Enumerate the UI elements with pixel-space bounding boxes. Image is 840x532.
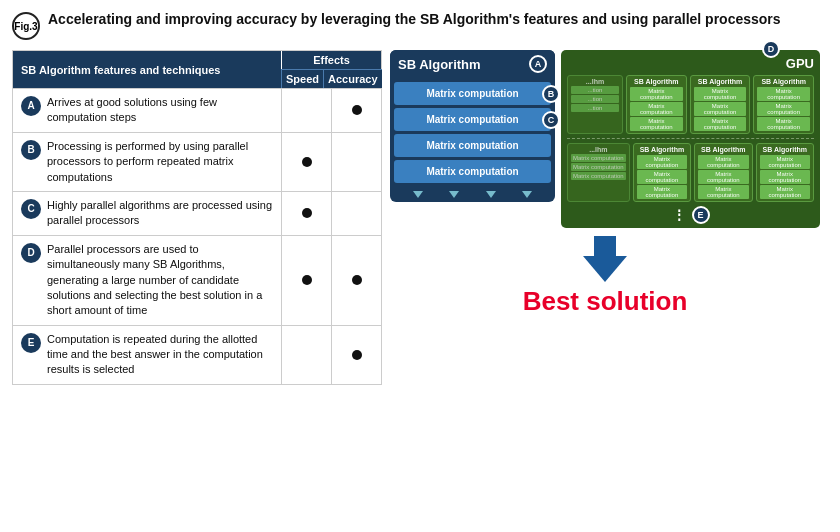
row-text-e: Computation is repeated during the allot… bbox=[47, 332, 273, 378]
arrow-stem bbox=[594, 236, 616, 256]
feature-cell-d: D Parallel processors are used to simult… bbox=[13, 236, 281, 325]
arrow-down-4 bbox=[522, 191, 532, 198]
row-text-d: Parallel processors are used to simultan… bbox=[47, 242, 273, 319]
badge-d: D bbox=[762, 40, 780, 58]
accuracy-dot-e bbox=[331, 326, 381, 384]
features-table: SB Algorithm features and techniques Eff… bbox=[12, 50, 382, 385]
matrix-small-1: ...tion bbox=[571, 86, 619, 94]
ellipsis-dots: ⋮ bbox=[672, 207, 686, 223]
mc-p1: Matrix computation bbox=[571, 154, 626, 162]
mc-6c: Matrix computation bbox=[760, 185, 810, 199]
mc-3a: Matrix computation bbox=[757, 87, 810, 101]
main-layout: SB Algorithm features and techniques Eff… bbox=[12, 50, 828, 385]
speed-dot-e bbox=[281, 326, 331, 384]
speed-dot-a bbox=[281, 89, 331, 132]
matrix-small-3: ...tion bbox=[571, 104, 619, 112]
bottom-section: Best solution bbox=[390, 236, 820, 317]
table-row: E Computation is repeated during the all… bbox=[13, 325, 381, 384]
mc-2c: Matrix computation bbox=[694, 117, 747, 131]
algo-card-title-4: SB Algorithm bbox=[637, 146, 687, 153]
mc-4c: Matrix computation bbox=[637, 185, 687, 199]
sb-algo-title: SB Algorithm bbox=[398, 57, 481, 72]
mc-6a: Matrix computation bbox=[760, 155, 810, 169]
accuracy-dot-b bbox=[331, 133, 381, 191]
algo-card-partial-2-title: ...lhm bbox=[571, 146, 626, 153]
matrix-block-1: Matrix computation bbox=[394, 82, 551, 105]
arrow-container bbox=[583, 236, 627, 282]
arrow-down-2 bbox=[449, 191, 459, 198]
speed-dot-b bbox=[281, 133, 331, 191]
ellipsis-row: ⋮ E bbox=[567, 206, 814, 224]
badge-e: E bbox=[692, 206, 710, 224]
speed-dot-c bbox=[281, 192, 331, 235]
right-section: SB Algorithm A Matrix computation B Mat bbox=[390, 50, 820, 317]
algo-card-title-3: SB Algorithm bbox=[757, 78, 810, 85]
algo-card-title-2: SB Algorithm bbox=[694, 78, 747, 85]
table-row: D Parallel processors are used to simult… bbox=[13, 235, 381, 325]
accuracy-col-header: Accuracy bbox=[323, 69, 382, 88]
mc-1c: Matrix computation bbox=[630, 117, 683, 131]
mc-3b: Matrix computation bbox=[757, 102, 810, 116]
mc-1b: Matrix computation bbox=[630, 102, 683, 116]
row-id-a: A bbox=[21, 96, 41, 116]
speed-dot-d bbox=[281, 236, 331, 325]
algo-card-partial-title: ...lhm bbox=[571, 78, 619, 85]
arrow-head bbox=[583, 256, 627, 282]
row-id-b: B bbox=[21, 140, 41, 160]
best-solution-label: Best solution bbox=[523, 286, 688, 317]
algo-card-title-1: SB Algorithm bbox=[630, 78, 683, 85]
row-id-d: D bbox=[21, 243, 41, 263]
accuracy-dot-a bbox=[331, 89, 381, 132]
mc-4a: Matrix computation bbox=[637, 155, 687, 169]
mc-5c: Matrix computation bbox=[698, 185, 748, 199]
mc-3c: Matrix computation bbox=[757, 117, 810, 131]
badge-b: B bbox=[542, 85, 560, 103]
feature-cell-a: A Arrives at good solutions using few co… bbox=[13, 89, 281, 132]
accuracy-dot-d bbox=[331, 236, 381, 325]
matrix-block-3: Matrix computation bbox=[394, 134, 551, 157]
mc-5a: Matrix computation bbox=[698, 155, 748, 169]
speed-col-header: Speed bbox=[281, 69, 323, 88]
table-row: C Highly parallel algorithms are process… bbox=[13, 191, 381, 235]
header-section: Fig.3 Accelerating and improving accurac… bbox=[12, 10, 828, 40]
table-row: B Processing is performed by using paral… bbox=[13, 132, 381, 191]
mc-2b: Matrix computation bbox=[694, 102, 747, 116]
fig-badge: Fig.3 bbox=[12, 12, 40, 40]
mc-6b: Matrix computation bbox=[760, 170, 810, 184]
feature-cell-e: E Computation is repeated during the all… bbox=[13, 326, 281, 384]
row-text-a: Arrives at good solutions using few comp… bbox=[47, 95, 273, 126]
feature-col-header: SB Algorithm features and techniques bbox=[13, 51, 281, 88]
mc-1a: Matrix computation bbox=[630, 87, 683, 101]
row-text-b: Processing is performed by using paralle… bbox=[47, 139, 273, 185]
mc-p3: Matrix computation bbox=[571, 172, 626, 180]
row-id-e: E bbox=[21, 333, 41, 353]
effects-col-header: Effects Speed Accuracy bbox=[281, 51, 381, 88]
badge-c: C bbox=[542, 111, 560, 129]
mc-5b: Matrix computation bbox=[698, 170, 748, 184]
table-wrapper: SB Algorithm features and techniques Eff… bbox=[12, 50, 382, 385]
arrow-down-3 bbox=[486, 191, 496, 198]
diagram-container: SB Algorithm A Matrix computation B Mat bbox=[390, 50, 820, 228]
effects-sub-headers: Speed Accuracy bbox=[281, 69, 381, 88]
feature-cell-b: B Processing is performed by using paral… bbox=[13, 133, 281, 191]
algo-card-title-6: SB Algorithm bbox=[760, 146, 810, 153]
mc-2a: Matrix computation bbox=[694, 87, 747, 101]
mc-4b: Matrix computation bbox=[637, 170, 687, 184]
matrix-block-4: Matrix computation bbox=[394, 160, 551, 183]
effects-label: Effects bbox=[281, 51, 381, 69]
mc-p2: Matrix computation bbox=[571, 163, 626, 171]
page-title: Accelerating and improving accuracy by l… bbox=[48, 10, 781, 30]
row-text-c: Highly parallel algorithms are processed… bbox=[47, 198, 273, 229]
badge-a: A bbox=[529, 55, 547, 73]
matrix-block-2: Matrix computation bbox=[394, 108, 551, 131]
table-header: SB Algorithm features and techniques Eff… bbox=[13, 51, 381, 88]
algo-card-title-5: SB Algorithm bbox=[698, 146, 748, 153]
matrix-small-2: ...tion bbox=[571, 95, 619, 103]
feature-cell-c: C Highly parallel algorithms are process… bbox=[13, 192, 281, 235]
gpu-label: GPU bbox=[567, 56, 814, 71]
row-id-c: C bbox=[21, 199, 41, 219]
table-row: A Arrives at good solutions using few co… bbox=[13, 88, 381, 132]
accuracy-dot-c bbox=[331, 192, 381, 235]
arrow-down-1 bbox=[413, 191, 423, 198]
